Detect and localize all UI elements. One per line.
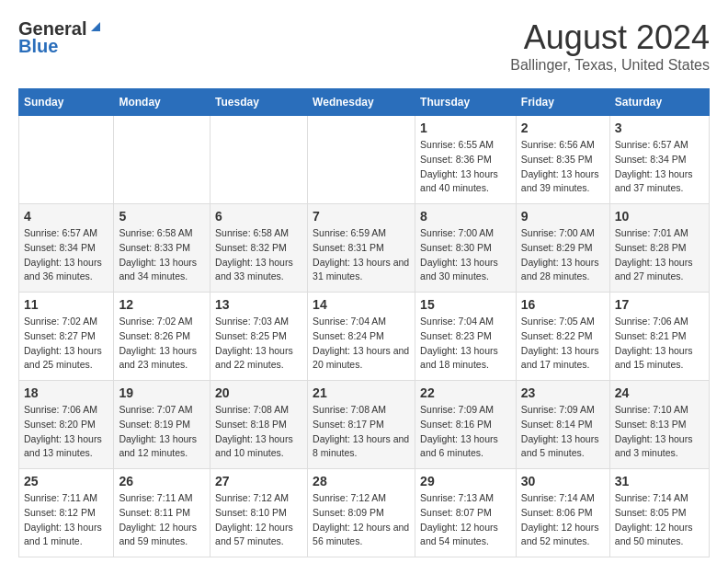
- sunrise-label: Sunrise: 7:09 AM: [521, 404, 595, 415]
- daylight-label: Daylight: 13 hours and 15 minutes.: [615, 345, 693, 371]
- table-row: 21Sunrise: 7:08 AMSunset: 8:17 PMDayligh…: [308, 381, 415, 469]
- day-info: Sunrise: 7:06 AMSunset: 8:20 PMDaylight:…: [24, 403, 108, 461]
- day-info: Sunrise: 7:14 AMSunset: 8:06 PMDaylight:…: [521, 491, 605, 549]
- day-number: 8: [420, 209, 511, 224]
- day-number: 26: [119, 474, 205, 488]
- daylight-label: Daylight: 13 hours and 23 minutes.: [119, 345, 197, 371]
- sunrise-label: Sunrise: 7:13 AM: [420, 492, 494, 503]
- daylight-label: Daylight: 13 hours and 10 minutes.: [215, 433, 293, 459]
- day-info: Sunrise: 7:08 AMSunset: 8:18 PMDaylight:…: [215, 403, 302, 461]
- daylight-label: Daylight: 13 hours and 28 minutes.: [521, 257, 599, 282]
- day-info: Sunrise: 7:12 AMSunset: 8:09 PMDaylight:…: [313, 491, 410, 549]
- daylight-label: Daylight: 12 hours and 59 minutes.: [119, 522, 197, 547]
- day-info: Sunrise: 7:04 AMSunset: 8:24 PMDaylight:…: [313, 315, 410, 373]
- day-number: 17: [615, 297, 704, 312]
- daylight-label: Daylight: 13 hours and 17 minutes.: [521, 345, 599, 371]
- day-info: Sunrise: 7:01 AMSunset: 8:28 PMDaylight:…: [615, 226, 704, 284]
- sunrise-label: Sunrise: 7:04 AM: [420, 316, 494, 327]
- calendar-week-row: 25Sunrise: 7:11 AMSunset: 8:12 PMDayligh…: [19, 469, 710, 557]
- day-number: 2: [521, 121, 605, 135]
- day-info: Sunrise: 6:55 AMSunset: 8:36 PMDaylight:…: [420, 138, 511, 196]
- table-row: 4Sunrise: 6:57 AMSunset: 8:34 PMDaylight…: [19, 204, 114, 293]
- day-number: 25: [24, 474, 108, 488]
- table-row: [19, 116, 114, 204]
- table-row: [114, 116, 210, 204]
- daylight-label: Daylight: 13 hours and 3 minutes.: [615, 433, 693, 459]
- daylight-label: Daylight: 13 hours and 37 minutes.: [615, 168, 693, 194]
- sunrise-label: Sunrise: 7:12 AM: [215, 492, 289, 503]
- sunset-label: Sunset: 8:12 PM: [24, 507, 96, 518]
- table-row: 28Sunrise: 7:12 AMSunset: 8:09 PMDayligh…: [308, 469, 415, 557]
- day-number: 9: [521, 209, 605, 224]
- table-row: 12Sunrise: 7:02 AMSunset: 8:26 PMDayligh…: [114, 293, 210, 381]
- day-info: Sunrise: 7:02 AMSunset: 8:26 PMDaylight:…: [119, 315, 205, 373]
- day-number: 5: [119, 209, 205, 224]
- day-number: 18: [24, 385, 108, 400]
- day-info: Sunrise: 7:06 AMSunset: 8:21 PMDaylight:…: [615, 315, 704, 373]
- daylight-label: Daylight: 13 hours and 27 minutes.: [615, 257, 693, 282]
- day-info: Sunrise: 6:56 AMSunset: 8:35 PMDaylight:…: [521, 138, 605, 196]
- table-row: 24Sunrise: 7:10 AMSunset: 8:13 PMDayligh…: [609, 381, 709, 469]
- sunset-label: Sunset: 8:22 PM: [521, 330, 593, 341]
- sunset-label: Sunset: 8:35 PM: [521, 154, 593, 165]
- day-info: Sunrise: 7:12 AMSunset: 8:10 PMDaylight:…: [215, 491, 302, 549]
- sunset-label: Sunset: 8:36 PM: [420, 154, 492, 165]
- sunrise-label: Sunrise: 7:08 AM: [215, 404, 289, 415]
- header-thursday: Thursday: [415, 89, 517, 116]
- sunrise-label: Sunrise: 7:11 AM: [24, 492, 97, 503]
- table-row: 25Sunrise: 7:11 AMSunset: 8:12 PMDayligh…: [19, 469, 114, 557]
- sunrise-label: Sunrise: 7:14 AM: [521, 492, 595, 503]
- table-row: 10Sunrise: 7:01 AMSunset: 8:28 PMDayligh…: [609, 204, 709, 293]
- header-saturday: Saturday: [609, 89, 709, 116]
- table-row: 18Sunrise: 7:06 AMSunset: 8:20 PMDayligh…: [19, 381, 114, 469]
- daylight-label: Daylight: 13 hours and 22 minutes.: [215, 345, 293, 371]
- sunrise-label: Sunrise: 6:55 AM: [420, 139, 494, 150]
- day-info: Sunrise: 7:11 AMSunset: 8:11 PMDaylight:…: [119, 491, 205, 549]
- day-info: Sunrise: 6:58 AMSunset: 8:33 PMDaylight:…: [119, 226, 205, 284]
- sunrise-label: Sunrise: 7:06 AM: [615, 316, 688, 327]
- day-info: Sunrise: 7:02 AMSunset: 8:27 PMDaylight:…: [24, 315, 108, 373]
- day-number: 13: [215, 297, 302, 312]
- sunrise-label: Sunrise: 7:12 AM: [313, 492, 386, 503]
- day-number: 30: [521, 474, 605, 488]
- sunset-label: Sunset: 8:30 PM: [420, 242, 492, 253]
- sunrise-label: Sunrise: 7:04 AM: [313, 316, 386, 327]
- sunrise-label: Sunrise: 6:57 AM: [615, 139, 688, 150]
- sunrise-label: Sunrise: 7:06 AM: [24, 404, 97, 415]
- day-number: 28: [313, 474, 410, 488]
- table-row: 29Sunrise: 7:13 AMSunset: 8:07 PMDayligh…: [415, 469, 517, 557]
- day-info: Sunrise: 7:09 AMSunset: 8:14 PMDaylight:…: [521, 403, 605, 461]
- day-number: 19: [119, 385, 205, 400]
- day-number: 1: [420, 121, 511, 135]
- daylight-label: Daylight: 12 hours and 56 minutes.: [313, 522, 409, 547]
- daylight-label: Daylight: 13 hours and 30 minutes.: [420, 257, 498, 282]
- day-number: 3: [615, 121, 704, 135]
- table-row: 15Sunrise: 7:04 AMSunset: 8:23 PMDayligh…: [415, 293, 517, 381]
- sunset-label: Sunset: 8:16 PM: [420, 419, 492, 430]
- day-info: Sunrise: 7:09 AMSunset: 8:16 PMDaylight:…: [420, 403, 511, 461]
- calendar-week-row: 4Sunrise: 6:57 AMSunset: 8:34 PMDaylight…: [19, 204, 710, 293]
- daylight-label: Daylight: 12 hours and 54 minutes.: [420, 522, 498, 547]
- sunrise-label: Sunrise: 7:02 AM: [119, 316, 192, 327]
- sunset-label: Sunset: 8:23 PM: [420, 330, 492, 341]
- day-info: Sunrise: 7:03 AMSunset: 8:25 PMDaylight:…: [215, 315, 302, 373]
- sunrise-label: Sunrise: 7:07 AM: [119, 404, 192, 415]
- sunset-label: Sunset: 8:13 PM: [615, 419, 687, 430]
- table-row: 5Sunrise: 6:58 AMSunset: 8:33 PMDaylight…: [114, 204, 210, 293]
- sunset-label: Sunset: 8:33 PM: [119, 242, 190, 253]
- table-row: 20Sunrise: 7:08 AMSunset: 8:18 PMDayligh…: [210, 381, 308, 469]
- sunset-label: Sunset: 8:19 PM: [119, 419, 190, 430]
- daylight-label: Daylight: 13 hours and 12 minutes.: [119, 433, 197, 459]
- daylight-label: Daylight: 13 hours and 31 minutes.: [313, 257, 409, 282]
- sunrise-label: Sunrise: 7:01 AM: [615, 227, 688, 238]
- daylight-label: Daylight: 13 hours and 1 minute.: [24, 522, 102, 547]
- title-section: August 2024 Ballinger, Texas, United Sta…: [510, 18, 710, 74]
- sunset-label: Sunset: 8:17 PM: [313, 419, 384, 430]
- sunset-label: Sunset: 8:21 PM: [615, 330, 687, 341]
- sunset-label: Sunset: 8:06 PM: [521, 507, 593, 518]
- table-row: 14Sunrise: 7:04 AMSunset: 8:24 PMDayligh…: [308, 293, 415, 381]
- sunrise-label: Sunrise: 7:03 AM: [215, 316, 289, 327]
- day-info: Sunrise: 6:59 AMSunset: 8:31 PMDaylight:…: [313, 226, 410, 284]
- day-info: Sunrise: 6:58 AMSunset: 8:32 PMDaylight:…: [215, 226, 302, 284]
- day-info: Sunrise: 7:04 AMSunset: 8:23 PMDaylight:…: [420, 315, 511, 373]
